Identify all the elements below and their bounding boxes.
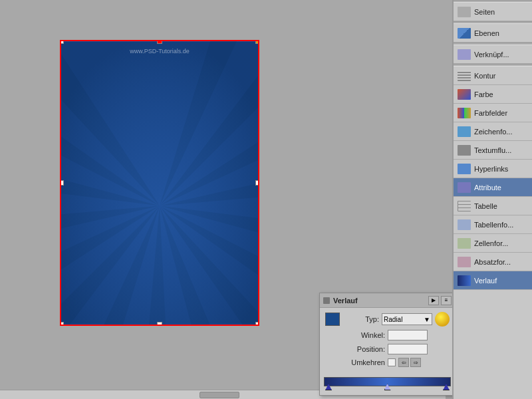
panel-item-zellenfor[interactable]: Zellenfor... — [454, 234, 532, 253]
verlauf-panel-header: Verlauf ▶ ≡ — [320, 293, 452, 308]
handle-bot-left[interactable] — [60, 322, 64, 326]
verlauf-winkel-row: Winkel: — [325, 330, 450, 340]
panel-item-tabelle[interactable]: Tabelle — [454, 197, 532, 215]
right-panel: SeitenEbenenVerknüpf...KonturFarbeFarbfe… — [452, 0, 532, 399]
panel-label-zellenfor: Zellenfor... — [474, 239, 528, 247]
panel-label-hyperlinks: Hyperlinks — [474, 165, 528, 173]
panel-label-verlauf: Verlauf — [474, 277, 528, 285]
panel-icon-attribute — [458, 182, 471, 193]
panel-item-attribute[interactable]: Attribute — [454, 178, 532, 197]
verlauf-typ-row: Typ: Radial ▼ — [325, 312, 450, 327]
panel-label-ebenen: Ebenen — [474, 29, 528, 37]
verlauf-yellow-circle — [435, 312, 450, 327]
handle-mid-left[interactable] — [60, 180, 64, 186]
verlauf-typ-arrow: ▼ — [424, 316, 430, 323]
panel-icon-absatzfor — [458, 257, 471, 267]
panel-label-kontur: Kontur — [474, 72, 528, 80]
panel-item-absatzfor[interactable]: Absatzfor... — [454, 253, 532, 271]
document-canvas[interactable]: www.PSD-Tutorials.de — [60, 40, 259, 326]
panel-label-verknupf: Verknüpf... — [474, 51, 528, 59]
verlauf-panel-body: Typ: Radial ▼ Winkel: Position: Umkehren — [320, 308, 452, 374]
sunburst-svg — [61, 41, 258, 325]
panel-items-container: SeitenEbenenVerknüpf...KonturFarbeFarbfe… — [454, 3, 532, 290]
panel-item-hyperlinks[interactable]: Hyperlinks — [454, 160, 532, 178]
verlauf-expand-btn[interactable]: ▶ — [428, 296, 439, 305]
panel-item-tabellenfo[interactable]: Tabellenfo... — [454, 215, 532, 234]
panel-item-kontur[interactable]: Kontur — [454, 66, 532, 85]
verlauf-umkehren-label: Umkehren — [325, 358, 385, 366]
handle-mid-right[interactable] — [255, 180, 259, 186]
verlauf-umkehren-checkbox[interactable] — [388, 358, 396, 366]
panel-label-textumflu: Textumflu... — [474, 146, 528, 154]
panel-icon-kontur — [458, 70, 471, 81]
verlauf-panel-controls: ▶ ≡ — [428, 296, 452, 305]
verlauf-winkel-label: Winkel: — [325, 331, 385, 339]
canvas-area: www.PSD-Tutorials.de Verlauf ▶ ≡ Typ — [0, 0, 452, 399]
panel-icon-seiten — [458, 7, 471, 17]
panel-item-farbe[interactable]: Farbe — [454, 85, 532, 104]
panel-icon-farbfelder — [458, 108, 471, 118]
verlauf-menu-btn[interactable]: ≡ — [441, 296, 452, 305]
panel-icon-textumflu — [458, 145, 471, 156]
panel-item-verlauf[interactable]: Verlauf — [454, 271, 532, 290]
h-scrollbar-thumb[interactable] — [200, 392, 239, 398]
panel-icon-farbe — [458, 89, 471, 100]
panel-label-zeichenfo: Zeichenfo... — [474, 128, 528, 136]
handle-top-center[interactable] — [157, 40, 162, 44]
panel-item-seiten[interactable]: Seiten — [454, 3, 532, 21]
panel-icon-verknupf — [458, 49, 471, 60]
panel-label-tabelle: Tabelle — [474, 202, 528, 210]
handle-bot-right[interactable] — [255, 322, 259, 326]
svg-rect-37 — [61, 42, 258, 324]
panel-icon-zeichenfo — [458, 126, 471, 137]
verlauf-typ-select[interactable]: Radial ▼ — [382, 313, 432, 325]
panel-label-seiten: Seiten — [474, 8, 528, 16]
verlauf-icon-pair: ⇦ ⇨ — [398, 358, 421, 367]
watermark-text: www.PSD-Tutorials.de — [130, 48, 190, 55]
verlauf-umkehren-row: Umkehren ⇦ ⇨ — [325, 358, 450, 367]
panel-label-tabellenfo: Tabellenfo... — [474, 221, 528, 229]
verlauf-typ-value: Radial — [384, 316, 402, 323]
handle-bot-center[interactable] — [157, 322, 162, 326]
panel-label-absatzfor: Absatzfor... — [474, 258, 528, 266]
verlauf-winkel-input[interactable] — [388, 330, 428, 340]
handle-top-left[interactable] — [60, 40, 64, 44]
panel-item-verknupf[interactable]: Verknüpf... — [454, 45, 532, 64]
panel-icon-hyperlinks — [458, 164, 471, 174]
handle-top-right[interactable] — [255, 40, 259, 44]
verlauf-panel-icon — [323, 297, 330, 304]
verlauf-position-input[interactable] — [388, 344, 428, 354]
verlauf-position-row: Position: — [325, 344, 450, 354]
panel-item-textumflu[interactable]: Textumflu... — [454, 141, 532, 160]
verlauf-color-swatch[interactable] — [325, 313, 340, 326]
panel-label-farbe: Farbe — [474, 90, 528, 98]
panel-icon-verlauf — [458, 275, 471, 286]
verlauf-panel: Verlauf ▶ ≡ Typ: Radial ▼ Winkel: — [319, 293, 452, 396]
verlauf-icon-right[interactable]: ⇨ — [410, 358, 421, 367]
panel-label-attribute: Attribute — [474, 184, 528, 192]
verlauf-position-label: Position: — [325, 345, 385, 353]
panel-label-farbfelder: Farbfelder — [474, 109, 528, 117]
panel-icon-tabellenfo — [458, 219, 471, 230]
verlauf-typ-label: Typ: — [342, 315, 379, 323]
verlauf-icon-left[interactable]: ⇦ — [398, 358, 409, 367]
panel-item-farbfelder[interactable]: Farbfelder — [454, 104, 532, 122]
panel-icon-ebenen — [458, 28, 471, 39]
panel-icon-zellenfor — [458, 238, 471, 249]
verlauf-panel-title: Verlauf — [333, 297, 428, 305]
gradient-bar-container — [324, 377, 451, 390]
panel-icon-tabelle — [458, 201, 471, 211]
sunburst-background: www.PSD-Tutorials.de — [61, 41, 258, 325]
panel-item-ebenen[interactable]: Ebenen — [454, 24, 532, 43]
panel-item-zeichenfo[interactable]: Zeichenfo... — [454, 122, 532, 141]
